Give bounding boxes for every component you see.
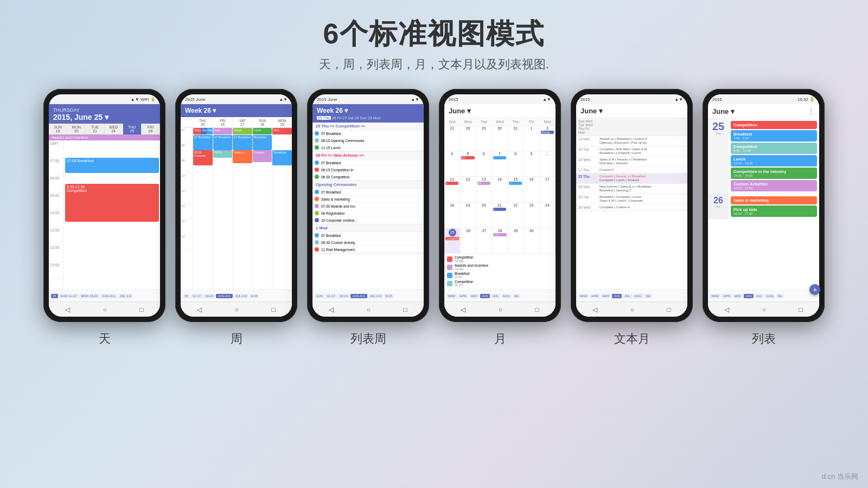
screen-week: 2015 June ▲▼ Week 26 ▾ 07 08 09 10 11 12	[181, 94, 292, 317]
week-ev-comp3: 08:15..	[213, 150, 233, 158]
week-ev-awards: Awar..	[213, 128, 233, 134]
subtitle: 天，周，列表周，月，文本月以及列表视图.	[0, 56, 868, 73]
home-btn-tm[interactable]: ○	[630, 306, 634, 313]
menu-btn-list[interactable]: □	[799, 306, 803, 313]
back-btn-list[interactable]: ◁	[724, 306, 729, 313]
phone-frame-listweek: 2015 June ▲▼ Week 26 ▾ 25 Thu 26 Fri 27 …	[307, 89, 429, 322]
tm-phone-bottom: ◁ ○ □	[576, 301, 687, 317]
back-btn-month[interactable]: ◁	[461, 306, 465, 313]
phone-day: ▲▼ WiFi 🔋 THURSDAY 2015, June 25 ▾ SUN19…	[43, 89, 165, 347]
back-btn-lw[interactable]: ◁	[329, 306, 334, 313]
list-title: June ▾	[712, 107, 735, 115]
phone-textmonth: 2015 ▲▼ June ▾ Sun Mon Tue Wed Thu Fri M…	[571, 89, 693, 347]
week-ev-lunch1: Lunch	[253, 128, 272, 134]
week-ev-comp2: 08:30 Competi..	[193, 150, 213, 165]
week-ev-bfst3: 07 Breakfast	[233, 135, 252, 150]
list-menu-icon[interactable]: ⋮	[807, 107, 815, 115]
list-group-25: 25 Thu Competition Breakfast 7:00 - 8:00	[708, 119, 819, 194]
list-group-26: 26 Fri Sales & marketing Pick up kids 16…	[708, 194, 819, 219]
phone-list: 2015 16:32 🔋 June ▾ ⋮ 25 Thu	[703, 89, 825, 347]
menu-btn-month[interactable]: □	[535, 306, 539, 313]
week-days: THU25 Comp.. Open New 07 Breakfast 08:30…	[193, 117, 292, 290]
week-time-col: 07 08 09 10 11 12 13 14	[181, 117, 193, 290]
menu-btn-lw[interactable]: □	[404, 306, 407, 313]
week-grid: 07 08 09 10 11 12 13 14 THU25 Comp.. Op	[181, 117, 292, 290]
phone-frame-textmonth: 2015 ▲▼ June ▾ Sun Mon Tue Wed Thu Fri M…	[571, 89, 693, 322]
fab-add[interactable]: +	[809, 284, 819, 295]
week-col-thu: THU25 Comp.. Open New 07 Breakfast 08:30…	[193, 117, 213, 290]
lw-app-header: Week 26 ▾ 25 Thu 26 Fri 27 Sat 28 Sun 29…	[312, 104, 424, 123]
day-date: 2015, June 25 ▾	[53, 113, 156, 121]
week-col-sat: SAT27 Sched.. 07 Breakfast Awards..	[232, 117, 252, 290]
home-btn-list[interactable]: ○	[762, 306, 766, 313]
phone-frame-month: 2015 ▲▼ June ▾ Sun Mon Tue Wed Thu Fri M…	[439, 89, 561, 322]
label-week: 周	[231, 331, 242, 347]
week-phone-bottom: ◁ ○ □	[181, 301, 292, 317]
menu-btn-week[interactable]: □	[272, 306, 276, 313]
status-bar-tm: 2015 ▲▼	[576, 94, 687, 104]
month-title: June ▾	[449, 107, 551, 115]
label-textmonth: 文本月	[614, 331, 650, 347]
phone-month: 2015 ▲▼ June ▾ Sun Mon Tue Wed Thu Fri M…	[439, 89, 561, 347]
home-btn-week[interactable]: ○	[235, 306, 239, 313]
back-btn-week[interactable]: ◁	[197, 306, 202, 313]
day-view-type: THURSDAY	[53, 107, 156, 113]
month-cal-strip: MAR APR MAY JUN JUL AUG SE	[444, 290, 556, 301]
label-list: 列表	[752, 331, 776, 347]
list-ev-competition-allday: Competition	[731, 121, 817, 129]
status-bar-list: 2015 16:32 🔋	[708, 94, 819, 104]
lw-day-strip: 25 Thu 26 Fri 27 Sat 28 Sun 29 Mon	[317, 116, 419, 120]
list-content: 25 Thu Competition Breakfast 7:00 - 8:00	[708, 119, 819, 290]
home-btn[interactable]: ○	[103, 306, 107, 313]
status-bar-day: ▲▼ WiFi 🔋	[49, 94, 160, 104]
screen-month: 2015 ▲▼ June ▾ Sun Mon Tue Wed Thu Fri M…	[444, 94, 556, 317]
week-ev-custom: Custom..	[253, 150, 272, 162]
month-row-1: 22 28 29 30 31 1 2Design	[444, 125, 556, 151]
list-cal-strip: MAR APR MAY JUN JUL AUG SE	[708, 290, 819, 301]
month-row-5: 25 Competiti 26 27 28•••• 29 30	[444, 228, 556, 253]
menu-btn[interactable]: □	[140, 306, 144, 313]
list-date-25: 25	[712, 121, 724, 132]
list-ev-lunch: Lunch 12:00 - 13:30	[731, 155, 817, 166]
lw-day-thu: 25 Thu << Competition >> 07 Breakfast 08…	[312, 123, 424, 152]
phones-container: ▲▼ WiFi 🔋 THURSDAY 2015, June 25 ▾ SUN19…	[0, 89, 868, 347]
main-title: 6个标准视图模式	[0, 15, 868, 53]
day-time-col: GMT 07:00 08:00 09:00 10:00 11:00 12:00 …	[49, 140, 64, 290]
month-legend: CompetitionAll day Awards and IncentiveA…	[444, 253, 556, 290]
status-bar-lw: 2015 June ▲▼	[312, 94, 424, 104]
day-app-header: THURSDAY 2015, June 25 ▾	[49, 104, 160, 124]
watermark: d.cn 当乐网	[822, 472, 858, 481]
week-title: Week 26 ▾	[185, 107, 288, 114]
lw-day-fri: 26 Fri << New Actions >> 07 Breakfast 08…	[312, 152, 424, 181]
day-events-col: 07-08 Breakfast 8:30-11:30Competition	[64, 140, 160, 290]
home-btn-lw[interactable]: ○	[367, 306, 371, 313]
week-col-sun: SUN28 Lunch Breakfast Custom..	[252, 117, 272, 290]
back-btn-tm[interactable]: ◁	[592, 306, 597, 313]
week-ev-sched: Sched..	[233, 128, 252, 134]
day-cal-strip: 25 SUN 11-17 MON 18-24 JUN-JUL JUL 2-8	[49, 290, 160, 301]
day-event-competition: 8:30-11:30Competition	[65, 184, 159, 222]
week-app-header: Week 26 ▾	[181, 104, 292, 117]
week-ev-new: New	[207, 128, 213, 134]
back-btn[interactable]: ◁	[65, 306, 70, 313]
day-phone-bottom: ◁ ○ □	[49, 301, 160, 317]
day-events-area: GMT 07:00 08:00 09:00 10:00 11:00 12:00 …	[49, 140, 160, 290]
list-phone-bottom: ◁ ○ □	[708, 301, 819, 317]
week-ev-bfst2: 07 Breakfast	[213, 135, 233, 150]
status-bar-month: 2015 ▲▼	[444, 94, 556, 104]
lw-cal-strip: JUN 11-17 18-24 JUN-JUL JUL 2-8 9-15	[312, 290, 424, 301]
lw-phone-bottom: ◁ ○ □	[312, 301, 424, 317]
home-btn-month[interactable]: ○	[499, 306, 502, 313]
list-ev-custom: Custom Activities 15:00 - 16:00	[731, 180, 817, 191]
day-nav: SUN19 MON20 TUE21 WED24 THU25 FRI26	[49, 124, 160, 134]
list-ev-comp-industry: Competition in the industry 14:00 - 15:0…	[731, 168, 817, 179]
menu-btn-tm[interactable]: □	[667, 306, 671, 313]
phone-frame-list: 2015 16:32 🔋 June ▾ ⋮ 25 Thu	[703, 89, 825, 322]
screen-textmonth: 2015 ▲▼ June ▾ Sun Mon Tue Wed Thu Fri M…	[576, 94, 687, 317]
week-ev-risk: Risk..	[272, 128, 292, 134]
day-allday-event: Awards and Incentive	[49, 134, 160, 140]
phone-frame-week: 2015 June ▲▼ Week 26 ▾ 07 08 09 10 11 12	[175, 89, 297, 322]
list-ev-competition-830: Competition 8:30 - 11:30	[731, 143, 817, 154]
phone-frame-day: ▲▼ WiFi 🔋 THURSDAY 2015, June 25 ▾ SUN19…	[43, 89, 165, 322]
screen-listweek: 2015 June ▲▼ Week 26 ▾ 25 Thu 26 Fri 27 …	[312, 94, 424, 317]
